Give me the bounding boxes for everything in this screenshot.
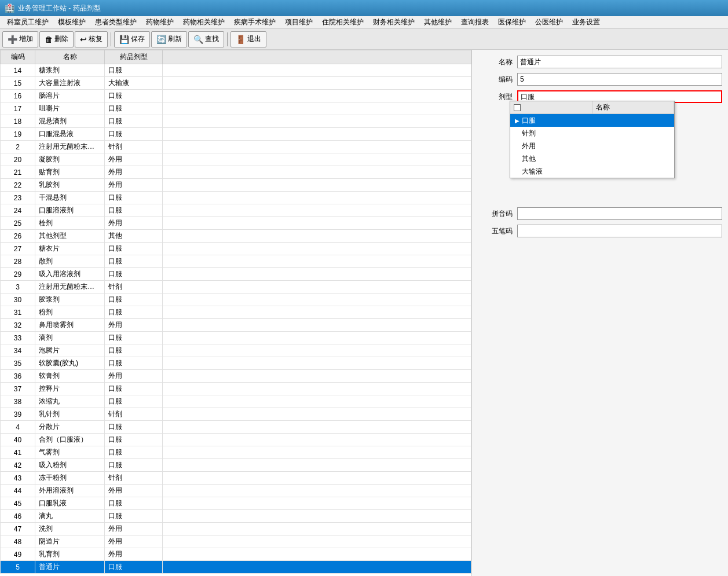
menu-item-疾病手术维护[interactable]: 疾病手术维护 [229,16,280,28]
refresh-button[interactable]: 🔄 刷新 [151,31,187,47]
table-row[interactable]: 29吸入用溶液剂口服 [1,268,471,281]
cell-type: 口服 [105,128,163,141]
dropdown-item-dashurui[interactable]: ▶ 大输液 [510,165,674,178]
table-row[interactable]: 24口服溶液剂口服 [1,204,471,217]
cell-empty [163,217,471,230]
table-row[interactable]: 5普通片口服 [1,561,471,574]
save-icon: 💾 [119,35,129,44]
cell-type: 外用 [105,153,163,166]
table-row[interactable]: 19口服混悬液口服 [1,128,471,141]
table-row[interactable]: 27糖衣片口服 [1,243,471,255]
dropdown-item-waiyong[interactable]: ▶ 外用 [510,140,674,152]
cell-type: 口服 [105,421,163,434]
table-row[interactable]: 36软膏剂外用 [1,370,471,383]
table-row[interactable]: 2注射用无菌粉末（疗针剂 [1,141,471,153]
table-row[interactable]: 48阴道片外用 [1,535,471,548]
table-row[interactable]: 17咀嚼片口服 [1,102,471,115]
dropdown-item-qita[interactable]: ▶ 其他 [510,152,674,165]
table-row[interactable]: 3注射用无菌粉末（泌针剂 [1,281,471,293]
table-row[interactable]: 30胶浆剂口服 [1,293,471,306]
table-row[interactable]: 45口服乳液口服 [1,497,471,510]
type-label: 剂型 [478,92,513,102]
menu-item-住院相关维护[interactable]: 住院相关维护 [317,16,368,28]
table-row[interactable]: 22乳胶剂外用 [1,179,471,192]
table-row[interactable]: 21贴育剂外用 [1,166,471,179]
menu-item-药物相关维护[interactable]: 药物相关维护 [178,16,229,28]
table-row[interactable]: 31粉剂口服 [1,306,471,319]
delete-button[interactable]: 🗑 删除 [39,31,74,47]
menu-item-患者类型维护[interactable]: 患者类型维护 [90,16,141,28]
cell-empty [163,561,471,574]
menu-item-药物维护[interactable]: 药物维护 [141,16,178,28]
cell-empty [163,497,471,510]
cell-code: 44 [1,485,35,497]
table-row[interactable]: 25栓剂外用 [1,217,471,230]
menu-item-业务设置[interactable]: 业务设置 [568,16,605,28]
cell-empty [163,459,471,472]
menu-item-查询报表[interactable]: 查询报表 [456,16,493,28]
table-wrapper[interactable]: 编码 名称 药品剂型 14糖浆剂口服15大容量注射液大输液16肠溶片口服17咀嚼… [0,50,471,576]
code-input[interactable] [517,73,722,86]
cell-type: 口服 [105,459,163,472]
table-row[interactable]: 14糖浆剂口服 [1,64,471,77]
menu-item-模板维护[interactable]: 模板维护 [53,16,90,28]
table-row[interactable]: 37控释片口服 [1,383,471,395]
table-row[interactable]: 4分散片口服 [1,421,471,434]
table-row[interactable]: 32鼻用喷雾剂外用 [1,319,471,332]
menu-item-财务相关维护[interactable]: 财务相关维护 [368,16,419,28]
cell-code: 37 [1,383,35,395]
table-row[interactable]: 39乳针剂针剂 [1,408,471,421]
table-row[interactable]: 20凝胶剂外用 [1,153,471,166]
table-row[interactable]: 23干混悬剂口服 [1,192,471,204]
cell-empty [163,293,471,306]
table-row[interactable]: 47洗剂外用 [1,523,471,535]
cell-code: 26 [1,230,35,243]
col-header-name: 名称 [35,50,105,64]
table-row[interactable]: 18混悬滴剂口服 [1,115,471,128]
table-row[interactable]: 35软胶囊(胶丸)口服 [1,357,471,370]
menu-item-其他维护[interactable]: 其他维护 [419,16,456,28]
cell-type: 大输液 [105,77,163,90]
table-row[interactable]: 15大容量注射液大输液 [1,77,471,90]
save-button[interactable]: 💾 保存 [114,31,150,47]
table-row[interactable]: 38浓缩丸口服 [1,395,471,408]
dropdown-item-koufu[interactable]: ▶ 口服 [510,114,674,127]
table-row[interactable]: 28散剂口服 [1,255,471,268]
table-row[interactable]: 43冻干粉剂针剂 [1,472,471,485]
cell-type: 口服 [105,204,163,217]
cell-type: 针剂 [105,408,163,421]
table-row[interactable]: 26其他剂型其他 [1,230,471,243]
table-row[interactable]: 33滴剂口服 [1,332,471,344]
type-dropdown[interactable]: 名称 ▶ 口服 ▶ 针剂 ▶ 外用 ▶ 其他 ▶ 大输液 [510,101,675,178]
pinyin-input[interactable] [517,207,722,220]
cell-type: 外用 [105,166,163,179]
cell-name: 干混悬剂 [35,192,105,204]
cell-code: 21 [1,166,35,179]
menu-item-项目维护[interactable]: 项目维护 [280,16,317,28]
cell-name: 散剂 [35,255,105,268]
cell-name: 肠溶片 [35,90,105,102]
table-row[interactable]: 41气雾剂口服 [1,446,471,459]
table-row[interactable]: 34泡腾片口服 [1,344,471,357]
table-row[interactable]: 46滴丸口服 [1,510,471,523]
table-row[interactable]: 49乳育剂外用 [1,548,471,561]
cell-type: 口服 [105,510,163,523]
table-row[interactable]: 42吸入粉剂口服 [1,459,471,472]
table-row[interactable]: 40合剂（口服液）口服 [1,434,471,446]
search-button[interactable]: 🔍 查找 [188,31,224,47]
table-row[interactable]: 16肠溶片口服 [1,90,471,102]
cell-empty [163,523,471,535]
cell-name: 鼻用喷雾剂 [35,319,105,332]
verify-button[interactable]: ↩ 核复 [75,31,108,47]
menu-item-科室员工维护[interactable]: 科室员工维护 [2,16,53,28]
menu-item-医保维护[interactable]: 医保维护 [493,16,531,28]
exit-button[interactable]: 🚪 退出 [231,31,266,47]
name-input[interactable] [517,56,722,68]
separator-1 [111,32,111,46]
menu-item-公医维护[interactable]: 公医维护 [531,16,568,28]
add-button[interactable]: ➕ 增加 [2,31,38,47]
table-row[interactable]: 44外用溶液剂外用 [1,485,471,497]
dropdown-item-zhenji[interactable]: ▶ 针剂 [510,127,674,140]
wubi-input[interactable] [517,225,722,237]
cell-empty [163,141,471,153]
